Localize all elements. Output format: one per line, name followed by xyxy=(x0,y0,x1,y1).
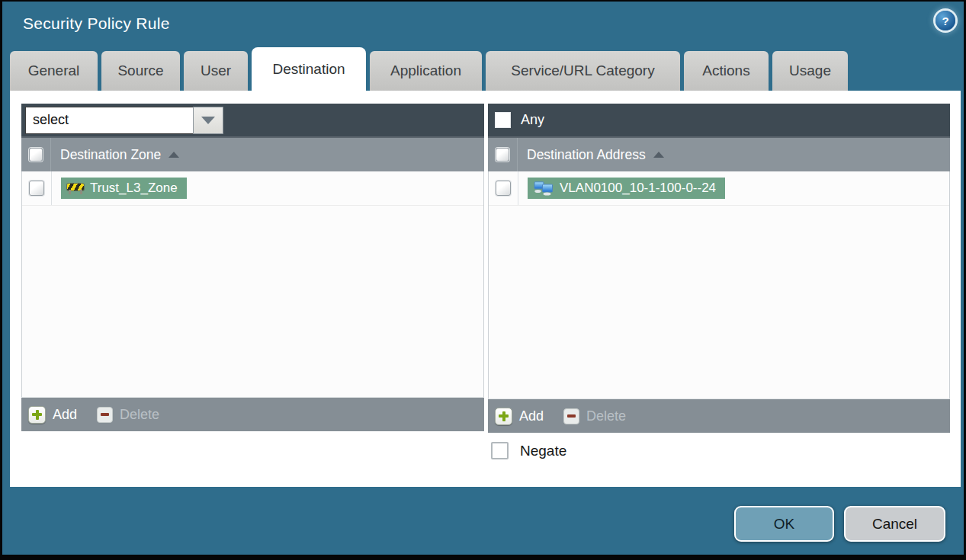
zone-panel-toolbar: select xyxy=(21,104,484,138)
chevron-down-icon xyxy=(201,117,215,124)
tab-service-url-category[interactable]: Service/URL Category xyxy=(486,51,680,91)
address-table-body: VLAN0100_10-1-100-0--24 xyxy=(488,171,950,398)
zone-icon xyxy=(67,183,84,194)
negate-label: Negate xyxy=(520,443,566,459)
delete-address-button: Delete xyxy=(563,408,626,424)
negate-checkbox[interactable] xyxy=(491,442,509,459)
tab-source[interactable]: Source xyxy=(101,51,180,91)
address-chip[interactable]: VLAN0100_10-1-100-0--24 xyxy=(528,178,725,199)
plus-icon xyxy=(28,406,46,424)
address-row-checkbox[interactable] xyxy=(496,181,511,196)
zone-select-value[interactable]: select xyxy=(25,107,193,134)
tab-usage[interactable]: Usage xyxy=(772,51,848,91)
plus-icon xyxy=(495,408,512,425)
address-column-header-label: Destination Address xyxy=(527,147,646,163)
zone-chip-label: Trust_L3_Zone xyxy=(90,181,178,196)
address-panel-footer: Add Delete xyxy=(488,398,950,433)
zone-select-dropdown-button[interactable] xyxy=(193,107,223,134)
any-label: Any xyxy=(521,112,544,128)
select-all-zones-checkbox[interactable] xyxy=(29,148,43,162)
any-checkbox[interactable] xyxy=(495,112,511,128)
help-icon[interactable]: ? xyxy=(936,11,955,30)
security-policy-rule-dialog: Security Policy Rule ? General Source Us… xyxy=(0,0,966,560)
tab-bar: General Source User Destination Applicat… xyxy=(10,47,848,91)
zone-column-header[interactable]: Destination Zone xyxy=(51,147,179,163)
zone-panel-footer: Add Delete xyxy=(21,397,484,431)
table-row[interactable]: VLAN0100_10-1-100-0--24 xyxy=(489,171,949,206)
tab-general[interactable]: General xyxy=(10,51,98,91)
sort-ascending-icon[interactable] xyxy=(168,152,179,158)
title-bar: Security Policy Rule ? xyxy=(2,2,964,47)
add-address-button[interactable]: Add xyxy=(495,408,544,425)
zone-table-body: Trust_L3_Zone xyxy=(21,171,484,397)
address-table-header: Destination Address xyxy=(488,138,950,171)
address-column-header[interactable]: Destination Address xyxy=(518,147,664,163)
address-chip-label: VLAN0100_10-1-100-0--24 xyxy=(560,181,716,196)
minus-icon xyxy=(563,408,579,424)
delete-zone-button: Delete xyxy=(97,407,159,423)
destination-tab-content: select Destination Zone xyxy=(10,91,961,487)
minus-icon xyxy=(97,407,113,423)
zone-table-header: Destination Zone xyxy=(21,138,484,171)
ok-button[interactable]: OK xyxy=(734,506,834,542)
zone-row-checkbox[interactable] xyxy=(29,181,44,196)
select-all-addresses-checkbox[interactable] xyxy=(496,148,509,162)
sort-ascending-icon[interactable] xyxy=(653,152,664,158)
zone-select-combobox[interactable]: select xyxy=(25,107,223,134)
destination-zone-panel: select Destination Zone xyxy=(21,104,484,431)
tab-actions[interactable]: Actions xyxy=(684,51,769,91)
zone-column-header-label: Destination Zone xyxy=(60,147,161,163)
tab-application[interactable]: Application xyxy=(370,51,482,91)
tab-destination[interactable]: Destination xyxy=(252,47,366,91)
add-zone-button[interactable]: Add xyxy=(28,406,77,424)
table-row[interactable]: Trust_L3_Zone xyxy=(22,171,483,206)
dialog-title: Security Policy Rule xyxy=(23,14,170,33)
network-icon xyxy=(534,181,554,196)
cancel-button[interactable]: Cancel xyxy=(844,506,945,542)
negate-option: Negate xyxy=(491,442,566,459)
zone-chip[interactable]: Trust_L3_Zone xyxy=(61,178,187,199)
tab-user[interactable]: User xyxy=(184,51,248,91)
destination-address-panel: Any Destination Address xyxy=(488,104,950,433)
address-panel-toolbar: Any xyxy=(488,104,950,138)
